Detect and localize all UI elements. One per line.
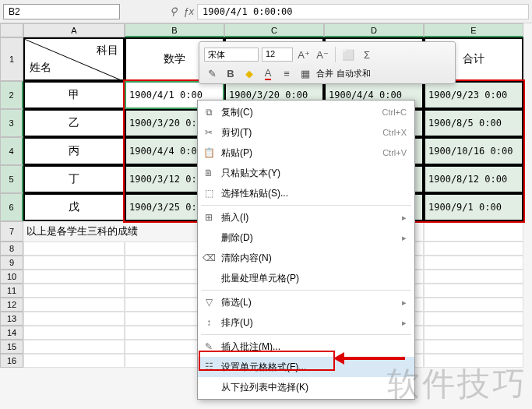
col-header-B[interactable]: B (125, 23, 224, 37)
fill-color-icon[interactable]: ◆ (241, 65, 257, 81)
formula-bar[interactable]: 1900/4/1 0:00:00 (197, 4, 529, 19)
row-header-8[interactable]: 8 (0, 242, 23, 256)
row-header-5[interactable]: 5 (0, 165, 23, 193)
menu-comment[interactable]: ✎插入批注(M)... (198, 337, 414, 357)
increase-font-icon[interactable]: A⁺ (296, 47, 312, 62)
formula-bar-row: ⚲ ƒx 1900/4/1 0:00:00 (0, 0, 532, 23)
paste-text-icon: 🗎 (203, 167, 215, 178)
cell-E6[interactable]: 1900/9/1 0:00 (424, 193, 523, 221)
cell-E2[interactable]: 1900/9/23 0:00 (424, 81, 523, 109)
cell-E7[interactable] (424, 221, 523, 242)
align-icon[interactable]: ≡ (279, 65, 294, 81)
empty-cell[interactable] (424, 284, 523, 298)
autosum-icon[interactable]: Σ (359, 47, 375, 62)
row-header-2[interactable]: 2 (0, 81, 23, 109)
select-all-corner[interactable] (0, 23, 23, 37)
name-box[interactable] (3, 4, 120, 19)
merge-icon[interactable]: ⬜ (340, 47, 356, 62)
menu-sort[interactable]: ↕排序(U)▸ (198, 312, 414, 333)
a1-name-label: 姓名 (30, 61, 51, 75)
col-header-C[interactable]: C (224, 23, 324, 37)
borders-icon[interactable]: ▦ (298, 65, 313, 81)
row-header-7[interactable]: 7 (0, 221, 23, 242)
empty-cell[interactable] (23, 298, 125, 312)
row-header-3[interactable]: 3 (0, 109, 23, 137)
empty-cell[interactable] (23, 270, 125, 284)
cell-A7[interactable]: 以上是各学生三科的成绩 (23, 221, 224, 242)
mini-toolbar: 宋体 12 A⁺ A⁻ ⬜ Σ ✎ B ◆ A ≡ ▦ 合并 自动求和 (199, 41, 456, 84)
menu-clear[interactable]: ⌫清除内容(N) (198, 248, 414, 268)
row-header-15[interactable]: 15 (0, 340, 23, 354)
cell-A2[interactable]: 甲 (23, 81, 125, 109)
fx-icon[interactable]: ⚲ ƒx (170, 5, 194, 17)
row-header-16[interactable]: 16 (0, 354, 23, 368)
decrease-font-icon[interactable]: A⁻ (315, 47, 330, 62)
cut-icon: ✂ (203, 127, 215, 138)
row-headers: 1 2 3 4 5 6 7 8 9 10 11 12 13 14 15 16 (0, 37, 23, 368)
filter-icon: ▽ (203, 297, 215, 308)
cell-E5[interactable]: 1900/8/12 0:00 (424, 165, 523, 193)
menu-delete[interactable]: 删除(D)▸ (198, 227, 414, 248)
autosum-label[interactable]: 自动求和 (336, 68, 371, 79)
cell-A1[interactable]: 姓名 科目 (23, 37, 125, 81)
column-headers: A B C D E (23, 23, 523, 37)
cell-E3[interactable]: 1900/8/5 0:00 (424, 109, 523, 137)
bold-icon[interactable]: B (223, 65, 238, 81)
empty-cell[interactable] (23, 326, 125, 340)
row-header-14[interactable]: 14 (0, 326, 23, 340)
font-size-select[interactable]: 12 (262, 48, 293, 62)
col-header-D[interactable]: D (324, 23, 424, 37)
format-icon: ☷ (203, 361, 215, 372)
row-header-10[interactable]: 10 (0, 270, 23, 284)
row-header-1[interactable]: 1 (0, 37, 23, 81)
menu-paste-text[interactable]: 🗎只粘贴文本(Y) (198, 163, 414, 183)
empty-cell[interactable] (424, 312, 523, 326)
col-header-E[interactable]: E (424, 23, 523, 37)
empty-cell[interactable] (23, 284, 125, 298)
annotation-arrow (343, 357, 405, 360)
comment-icon: ✎ (203, 341, 215, 352)
empty-cell[interactable] (23, 312, 125, 326)
row-header-9[interactable]: 9 (0, 256, 23, 270)
empty-cell[interactable] (23, 242, 125, 256)
cell-A5[interactable]: 丁 (23, 165, 125, 193)
paste-special-icon: ⬚ (203, 188, 215, 199)
cell-A4[interactable]: 丙 (23, 137, 125, 165)
menu-batch[interactable]: 批量处理单元格(P) (198, 268, 414, 288)
empty-cell[interactable] (424, 354, 523, 368)
format-painter-icon[interactable]: ✎ (204, 65, 220, 81)
empty-cell[interactable] (424, 270, 523, 284)
sort-icon: ↕ (203, 317, 215, 328)
cell-A3[interactable]: 乙 (23, 109, 125, 137)
row-header-12[interactable]: 12 (0, 298, 23, 312)
empty-cell[interactable] (424, 326, 523, 340)
a1-subject-label: 科目 (97, 44, 118, 58)
empty-cell[interactable] (23, 340, 125, 354)
font-color-icon[interactable]: A (260, 65, 276, 81)
empty-cell[interactable] (23, 354, 125, 368)
menu-copy[interactable]: ⧉复制(C)Ctrl+C (198, 102, 414, 122)
cell-E4[interactable]: 1900/10/16 0:00 (424, 137, 523, 165)
menu-dropdown-list[interactable]: 从下拉列表中选择(K) (198, 377, 414, 397)
empty-cell[interactable] (424, 256, 523, 270)
row-header-4[interactable]: 4 (0, 137, 23, 165)
empty-cell[interactable] (424, 340, 523, 354)
menu-paste-special[interactable]: ⬚选择性粘贴(S)... (198, 183, 414, 203)
menu-insert[interactable]: ⊞插入(I)▸ (198, 207, 414, 227)
empty-cell[interactable] (23, 256, 125, 270)
menu-paste[interactable]: 📋粘贴(P)Ctrl+V (198, 143, 414, 163)
cell-A6[interactable]: 戊 (23, 193, 125, 221)
empty-cell[interactable] (424, 242, 523, 256)
row-header-6[interactable]: 6 (0, 193, 23, 221)
empty-cell[interactable] (424, 298, 523, 312)
row-header-11[interactable]: 11 (0, 284, 23, 298)
insert-icon: ⊞ (203, 212, 215, 223)
col-header-A[interactable]: A (23, 23, 125, 37)
paste-icon: 📋 (203, 147, 215, 158)
font-family-select[interactable]: 宋体 (204, 48, 259, 62)
merge-label[interactable]: 合并 (316, 68, 333, 79)
row-header-13[interactable]: 13 (0, 312, 23, 326)
copy-icon: ⧉ (203, 107, 215, 118)
menu-cut[interactable]: ✂剪切(T)Ctrl+X (198, 122, 414, 143)
menu-filter[interactable]: ▽筛选(L)▸ (198, 292, 414, 312)
